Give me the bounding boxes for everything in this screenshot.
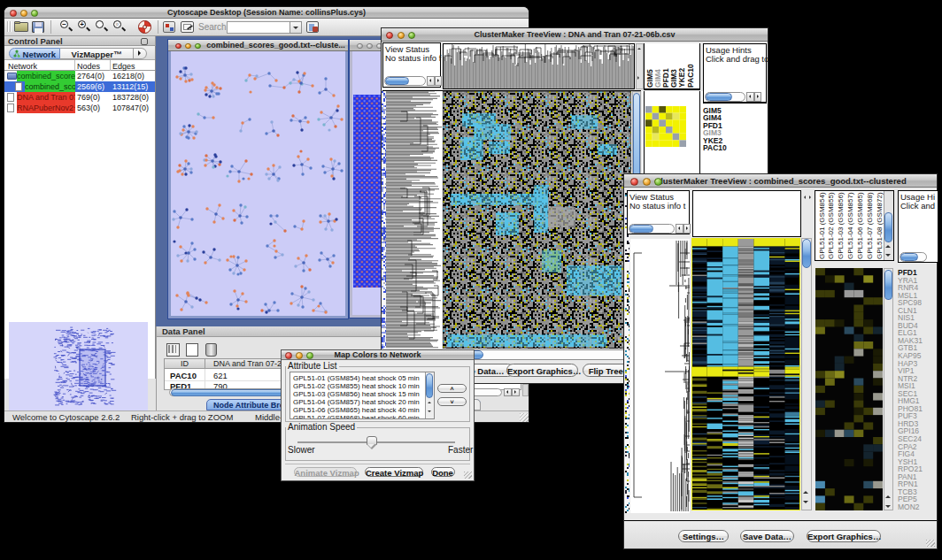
svg-text:PAC10: PAC10 — [686, 64, 695, 88]
svg-text:GPL51-07 (GSM868): GPL51-07 (GSM868) — [866, 192, 874, 259]
svg-text:GPL51-02 (GSM855): GPL51-02 (GSM855) — [827, 192, 835, 259]
svg-text:GPL51-01 (GSM854): GPL51-01 (GSM854) — [818, 192, 826, 259]
svg-text:GPL51-06 (GSM865): GPL51-06 (GSM865) — [856, 192, 864, 259]
svg-text:GPL51-08 (GSM872): GPL51-08 (GSM872) — [876, 192, 884, 259]
svg-text:GPL51-03 (GSM856): GPL51-03 (GSM856) — [837, 192, 845, 259]
svg-text:GPL51-04 (GSM857): GPL51-04 (GSM857) — [846, 192, 854, 259]
